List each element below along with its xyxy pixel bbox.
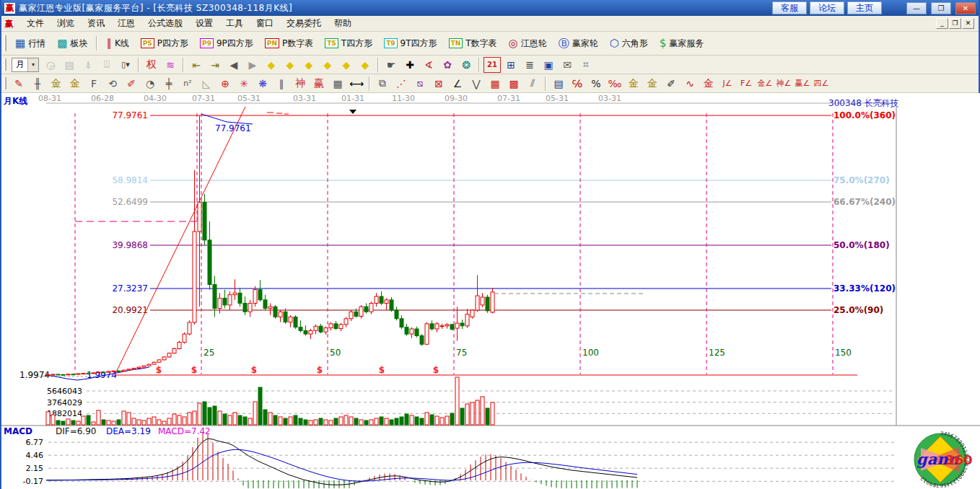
menu-文件[interactable]: 文件 xyxy=(20,17,51,30)
pen-3-icon[interactable]: ✐ xyxy=(662,76,680,92)
angle-j-icon[interactable]: J∠ xyxy=(719,76,736,92)
page-forward-icon[interactable]: ▶ xyxy=(244,57,261,73)
flower-tool-icon[interactable]: ✿ xyxy=(439,57,456,73)
sectors-button[interactable]: ▩板块 xyxy=(52,35,92,52)
percent-icon[interactable]: % xyxy=(587,76,605,92)
box-tool-icon[interactable]: ⧉ xyxy=(374,76,391,92)
fan-box-purple-icon[interactable]: ⧅ xyxy=(411,76,429,92)
calculator-icon[interactable]: ⊞ xyxy=(502,57,520,73)
minimize-button[interactable]: — xyxy=(906,2,927,14)
grid-123-icon[interactable]: ▦ xyxy=(329,76,346,92)
menu-资讯[interactable]: 资讯 xyxy=(81,17,111,30)
gold-line-icon[interactable]: 金 xyxy=(644,76,661,92)
clock-cycle-icon[interactable]: ◔ xyxy=(141,76,159,92)
trend-angle-icon[interactable]: ∠ xyxy=(449,76,466,92)
notes-icon[interactable]: ≣ xyxy=(521,57,538,73)
pen-2-icon[interactable]: ✐ xyxy=(123,76,140,92)
ying-tool-icon[interactable]: 赢 xyxy=(310,76,328,92)
angle-shen-icon[interactable]: 神∠ xyxy=(775,76,792,92)
page-back-icon[interactable]: ◀ xyxy=(225,57,242,73)
grid-red-2-icon[interactable]: ▩ xyxy=(505,76,522,92)
gold-gann-2-icon[interactable]: 金 xyxy=(66,76,84,92)
angle-f-icon[interactable]: F∠ xyxy=(738,76,755,92)
web-2-icon[interactable]: ❋ xyxy=(254,76,271,92)
calendar-21-icon[interactable]: 21 xyxy=(484,57,501,73)
candle-style-icon[interactable]: ▯▾ xyxy=(117,57,134,73)
f-ruler-icon[interactable]: F xyxy=(85,76,102,92)
shift-right-icon[interactable]: ◆ xyxy=(281,57,299,73)
brain-tool-icon[interactable]: ❂ xyxy=(458,57,475,73)
winner-wheel-button[interactable]: Ⓑ赢家轮 xyxy=(554,35,603,52)
menu-浏览[interactable]: 浏览 xyxy=(51,17,81,30)
gold-angle-icon[interactable]: 金 xyxy=(700,76,717,92)
column-chart-icon[interactable]: ▤ xyxy=(550,76,567,92)
period-combo[interactable]: 月 ▾ xyxy=(12,58,39,72)
homepage-button[interactable]: 主页 xyxy=(847,1,882,14)
last-page-icon[interactable]: ⇥ xyxy=(206,57,224,73)
angle-gold-icon[interactable]: 金∠ xyxy=(756,76,774,92)
child-restore-button[interactable]: ❐ xyxy=(949,18,961,29)
expand-all-icon[interactable]: ◆ xyxy=(338,57,355,73)
compress-9-icon[interactable]: ⍍ xyxy=(98,57,115,73)
restore-button[interactable]: ❐ xyxy=(931,2,951,14)
drag-hand-icon[interactable]: ☛ xyxy=(382,57,400,73)
gold-circle-icon[interactable]: 金 xyxy=(625,76,642,92)
winner-service-button[interactable]: $赢家服务 xyxy=(655,35,709,52)
macd-indicator-label[interactable]: MACD xyxy=(4,426,32,436)
quote-k-icon[interactable]: ∥ xyxy=(273,76,290,92)
spiral-icon[interactable]: ⟲ xyxy=(104,76,121,92)
pattern-tool-icon[interactable]: ◶ xyxy=(42,57,59,73)
child-minimize-button[interactable]: _ xyxy=(936,18,948,29)
close-button[interactable]: ✕ xyxy=(955,2,976,14)
toolbar-grip[interactable] xyxy=(4,77,6,90)
toolbar-grip[interactable] xyxy=(4,58,6,71)
shen-tool-icon[interactable]: 神 xyxy=(292,76,309,92)
shift-left-icon[interactable]: ◆ xyxy=(263,57,280,73)
ma-settings-icon[interactable]: ≋ xyxy=(162,57,179,73)
ruler-2-icon[interactable]: ╪ xyxy=(160,76,178,92)
mail-export-icon[interactable]: ✉ xyxy=(559,57,576,73)
menu-交易委托[interactable]: 交易委托 xyxy=(280,17,328,30)
expand-h-icon[interactable]: ◆ xyxy=(300,57,318,73)
compress-h-icon[interactable]: ◆ xyxy=(319,57,336,73)
compress-3-icon[interactable]: ⍋ xyxy=(79,57,97,73)
set-square-icon[interactable]: ◺ xyxy=(198,76,215,92)
menu-工具[interactable]: 工具 xyxy=(219,17,250,30)
hexagon-button[interactable]: ⬡六角形 xyxy=(605,35,653,52)
fan-red-icon[interactable]: ⋰ xyxy=(393,76,410,92)
pc-search-icon[interactable]: ⌗ xyxy=(577,57,595,73)
fan-box-red-icon[interactable]: ⊠ xyxy=(430,76,447,92)
width-measure-icon[interactable]: ⟷ xyxy=(348,76,365,92)
restore-rights-icon[interactable]: 权 xyxy=(143,57,160,73)
toolbar-grip[interactable] xyxy=(4,35,6,51)
menu-窗口[interactable]: 窗口 xyxy=(250,17,280,30)
angle-si-icon[interactable]: 四∠ xyxy=(813,76,830,92)
child-close-button[interactable]: ✕ xyxy=(962,18,974,29)
wave-red-icon[interactable]: ∿ xyxy=(681,76,699,92)
n-square-icon[interactable]: n² xyxy=(179,76,196,92)
grid-red-icon[interactable]: ▦ xyxy=(486,76,504,92)
p-square-button[interactable]: PSP四方形 xyxy=(136,35,193,52)
p-number-table-button[interactable]: PNP数字表 xyxy=(260,35,318,52)
angle-ying-icon[interactable]: 赢∠ xyxy=(794,76,811,92)
v-wave-icon[interactable]: ⋁ xyxy=(468,76,485,92)
crosshair-icon[interactable]: ✚ xyxy=(401,57,419,73)
report-doc-icon[interactable]: ▤ xyxy=(61,57,78,73)
circle-cross-icon[interactable]: ⊕ xyxy=(216,76,234,92)
gold-gann-1-icon[interactable]: 金 xyxy=(48,76,65,92)
t-number-table-button[interactable]: TNT数字表 xyxy=(444,35,502,52)
star-web-icon[interactable]: ✳ xyxy=(235,76,253,92)
menu-江恩[interactable]: 江恩 xyxy=(111,17,141,30)
first-page-icon[interactable]: ⇤ xyxy=(188,57,205,73)
quotes-button[interactable]: ▦行情 xyxy=(10,35,51,52)
fit-screen-icon[interactable]: ◆ xyxy=(356,57,374,73)
parallel-lines-icon[interactable]: ⫽ xyxy=(524,76,541,92)
gann-wheel-button[interactable]: ◎江恩轮 xyxy=(504,35,552,52)
t-square-button[interactable]: TST四方形 xyxy=(320,35,377,52)
9t-square-button[interactable]: T99T四方形 xyxy=(379,35,442,52)
9p-square-button[interactable]: P99P四方形 xyxy=(195,35,258,52)
menu-帮助[interactable]: 帮助 xyxy=(328,17,358,30)
menu-公式选股[interactable]: 公式选股 xyxy=(141,17,189,30)
angle-measure-icon[interactable]: ∢ xyxy=(420,57,437,73)
chart-area[interactable]: 08-3106-2804-3007-3105-3103-3101-3111-30… xyxy=(1,93,980,489)
